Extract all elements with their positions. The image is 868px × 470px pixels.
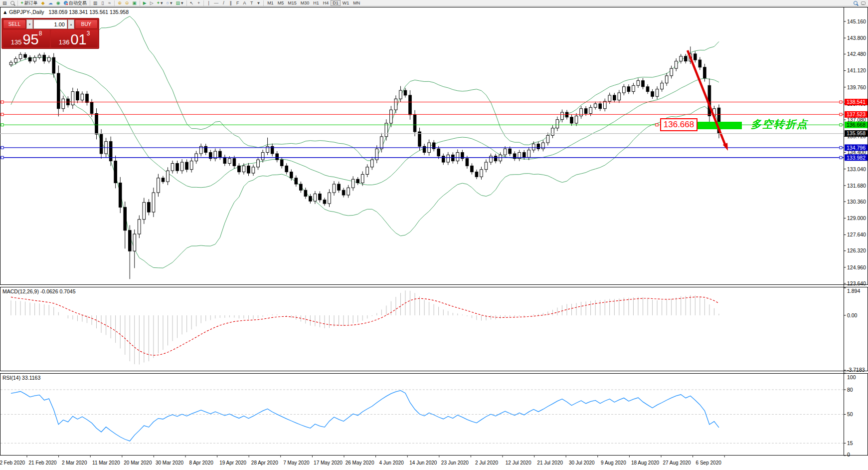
svg-text:2 Mar 2020: 2 Mar 2020: [62, 460, 87, 466]
svg-text:20 Mar 2020: 20 Mar 2020: [124, 460, 152, 466]
rsi-axis: 1008050150: [844, 373, 856, 458]
pivot-note-text[interactable]: 多空转折点: [751, 117, 808, 131]
svg-text:129.000: 129.000: [847, 215, 866, 221]
buy-price-prefix: 136: [59, 38, 70, 46]
date-axis[interactable]: 12 Feb 202021 Feb 20202 Mar 202011 Mar 2…: [0, 456, 724, 466]
svg-text:21 Feb 2020: 21 Feb 2020: [29, 460, 57, 466]
horizontal-lines[interactable]: [0, 101, 844, 159]
hline-133.982[interactable]: [0, 156, 844, 159]
rsi-pane: [0, 390, 844, 443]
svg-text:17 May 2020: 17 May 2020: [314, 460, 343, 466]
svg-text:130.360: 130.360: [847, 199, 866, 205]
svg-text:-3.7183: -3.7183: [847, 367, 865, 373]
macd-values: -0.0626 0.7045: [40, 288, 76, 294]
rsi-indicator-label: RSI(14) 33.1163: [2, 375, 40, 381]
svg-text:126.320: 126.320: [847, 247, 866, 253]
svg-text:27 Aug 2020: 27 Aug 2020: [663, 460, 692, 466]
svg-text:137.523: 137.523: [847, 111, 866, 117]
svg-text:11 Mar 2020: 11 Mar 2020: [92, 460, 120, 466]
symbol-period-label: GBPJPY-,Daily: [9, 9, 44, 15]
svg-text:6 Sep 2020: 6 Sep 2020: [696, 460, 722, 466]
svg-text:1.894: 1.894: [847, 288, 860, 294]
bollinger-bands: [11, 16, 719, 268]
sell-price-prefix: 135: [11, 38, 22, 46]
sell-price[interactable]: 135 95 8: [3, 30, 50, 47]
hline-137.523[interactable]: [0, 113, 844, 116]
svg-text:142.480: 142.480: [847, 51, 866, 57]
svg-text:30 Mar 2020: 30 Mar 2020: [156, 460, 184, 466]
price-tag-136.668: 136.668: [845, 122, 868, 128]
svg-text:134.796: 134.796: [847, 145, 866, 151]
trend-arrow-head: [723, 143, 728, 151]
macd-name: MACD(12,26,9): [2, 288, 39, 294]
ohlc-values: 138.059 138.341 135.561 135.958: [48, 9, 129, 15]
current-price-tag: 135.958: [845, 130, 868, 137]
svg-text:143.800: 143.800: [847, 35, 866, 41]
price-tag-133.982: 133.982: [845, 154, 868, 161]
volume-input[interactable]: [33, 19, 67, 29]
svg-text:133.982: 133.982: [847, 155, 866, 161]
svg-text:26 May 2020: 26 May 2020: [346, 460, 374, 466]
rsi-value: 33.1163: [22, 375, 40, 381]
mt4-window: ▤ + 新订单 ◆ ☁ ◉ 自动交易 ▥ ▯ ≈ ⊕ ⊖ ▣ ▶ ▷ +▾ ○▾…: [0, 0, 868, 470]
price-tag-134.796: 134.796: [845, 144, 868, 151]
svg-text:7 May 2020: 7 May 2020: [283, 460, 310, 466]
svg-text:135.958: 135.958: [847, 130, 866, 136]
svg-text:138.541: 138.541: [847, 99, 866, 105]
buy-price-main: 01: [70, 33, 86, 46]
svg-text:12 Feb 2020: 12 Feb 2020: [0, 460, 25, 466]
volume-decrease-button[interactable]: ▾: [26, 19, 33, 29]
chart-canvas[interactable]: 145.160143.800142.480141.120139.760138.4…: [0, 0, 868, 470]
symbol-marker-icon: ▲: [2, 9, 7, 15]
macd-pane: [11, 290, 719, 364]
volume-increase-button[interactable]: ▴: [68, 19, 74, 29]
buy-button[interactable]: BUY: [75, 19, 98, 29]
macd-axis: 1.8940.00-3.7183: [844, 288, 865, 373]
svg-text:133.040: 133.040: [847, 166, 866, 172]
svg-text:2 Jul 2020: 2 Jul 2020: [475, 460, 499, 466]
svg-text:145.160: 145.160: [847, 18, 866, 24]
svg-text:127.640: 127.640: [847, 232, 866, 237]
one-click-trade-panel: SELL ▾ ▴ BUY 135 95 8 136 01 3: [1, 18, 99, 49]
svg-text:30 Jul 2020: 30 Jul 2020: [569, 460, 595, 466]
price-callout-box[interactable]: 136.668: [660, 118, 697, 131]
svg-text:12 Jul 2020: 12 Jul 2020: [506, 460, 531, 466]
hline-134.796[interactable]: [0, 146, 844, 149]
price-tag-137.523: 137.523: [845, 111, 868, 118]
svg-text:50: 50: [847, 411, 853, 417]
svg-text:14 Jun 2020: 14 Jun 2020: [409, 460, 437, 466]
svg-text:0.00: 0.00: [847, 312, 858, 318]
svg-text:4 Jun 2020: 4 Jun 2020: [379, 460, 404, 466]
hline-138.541[interactable]: [0, 101, 844, 103]
svg-text:15: 15: [847, 440, 853, 446]
svg-text:9 Aug 2020: 9 Aug 2020: [601, 460, 626, 466]
buy-price-pip: 3: [87, 30, 90, 36]
buy-price[interactable]: 136 01 3: [51, 30, 98, 47]
svg-text:141.120: 141.120: [847, 67, 866, 73]
svg-text:0: 0: [847, 452, 850, 458]
svg-text:80: 80: [847, 387, 853, 393]
price-tag-138.541: 138.541: [845, 99, 868, 105]
svg-text:18 Aug 2020: 18 Aug 2020: [631, 460, 660, 466]
svg-text:124.960: 124.960: [847, 264, 866, 270]
svg-text:19 Apr 2020: 19 Apr 2020: [219, 460, 246, 466]
svg-text:100: 100: [847, 374, 856, 380]
svg-text:123.640: 123.640: [847, 280, 866, 286]
sell-button[interactable]: SELL: [3, 19, 26, 29]
svg-text:28 Apr 2020: 28 Apr 2020: [251, 460, 278, 466]
sell-price-pip: 8: [39, 30, 42, 36]
svg-text:139.760: 139.760: [847, 84, 866, 90]
svg-text:136.668: 136.668: [847, 122, 866, 128]
sell-price-main: 95: [22, 33, 38, 46]
chart-title: ▲ GBPJPY-,Daily 138.059 138.341 135.561 …: [2, 9, 129, 15]
svg-text:8 Apr 2020: 8 Apr 2020: [189, 460, 213, 466]
svg-text:21 Jul 2020: 21 Jul 2020: [537, 460, 563, 466]
svg-text:23 Jun 2020: 23 Jun 2020: [441, 460, 469, 466]
svg-text:131.680: 131.680: [847, 183, 866, 189]
candles: [9, 46, 720, 279]
rsi-name: RSI(14): [2, 375, 20, 381]
macd-indicator-label: MACD(12,26,9) -0.0626 0.7045: [2, 288, 76, 294]
price-axis[interactable]: 145.160143.800142.480141.120139.760138.4…: [844, 18, 867, 286]
